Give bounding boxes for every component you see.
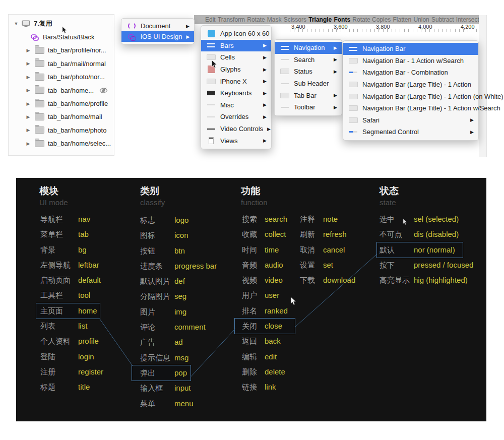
table-row: 提示信息msg (132, 350, 191, 365)
folder-icon (35, 60, 44, 67)
menu-item[interactable]: Navigation Bar (Large Title) - 1 Action … (343, 102, 478, 114)
disclosure-closed-icon[interactable]: ▶ (25, 48, 32, 53)
disclosure-closed-icon[interactable]: ▶ (25, 101, 32, 106)
menu-item[interactable]: Navigation Bar (Large Title) - 1 Action … (343, 90, 478, 102)
menu-item[interactable]: Safari ▶ (343, 114, 478, 127)
table-row: 排名ranked (235, 303, 295, 319)
disclosure-closed-icon[interactable]: ▶ (25, 128, 32, 133)
hidden-eye-icon[interactable] (99, 87, 108, 94)
layer-folder-row[interactable]: ▶ tab_bar/mail/normal (9, 57, 114, 70)
layer-folder-row[interactable]: ▶ tab_bar/home/profile (9, 97, 114, 110)
layer-folder-name: tab_bar/home/photo (48, 127, 106, 134)
toolbar-button[interactable]: Rotate (247, 16, 265, 23)
menu-item[interactable]: iOS UI Design ▶ (121, 31, 194, 42)
menu-item[interactable]: Navigation ▶ (275, 42, 342, 54)
menu-item-thumbnail-icon (349, 116, 358, 124)
toolbar-button[interactable]: Rotate Copies (352, 16, 391, 23)
table-row: 视频video (235, 273, 295, 288)
column-header-module: 模块 (39, 184, 58, 198)
disclosure-closed-icon[interactable]: ▶ (25, 61, 32, 66)
menu-item[interactable]: Navigation Bar (343, 43, 478, 55)
artboard-icon (22, 20, 30, 27)
menu-item[interactable]: App Icon 60 x 60 (201, 28, 271, 40)
app-toolbar: EditTransformRotateMaskScissorsTriangleF… (194, 15, 486, 24)
menu-item[interactable]: Overrides ▶ (201, 111, 271, 123)
layer-folder-row[interactable]: ▶ tab_bar/home/selec... (9, 137, 114, 150)
toolbar-button[interactable]: Intersect (456, 16, 479, 23)
submenu-arrow-icon: ▶ (466, 117, 474, 122)
toolbar-button[interactable]: Subtract (431, 16, 454, 23)
menu-item[interactable]: iPhone X ▶ (201, 75, 271, 87)
disclosure-closed-icon[interactable]: ▶ (25, 88, 32, 93)
menu-item[interactable]: Glyphs ▶ (201, 64, 271, 76)
toolbar-button[interactable]: Fonts (334, 16, 350, 23)
menu-item-thumbnail-icon (207, 137, 216, 145)
menu-item[interactable]: Bars ▶ (201, 40, 271, 52)
menu-item[interactable]: Status ▶ (275, 66, 342, 78)
table-row: 主页面home (36, 303, 100, 319)
table-row: 个人资料profile (36, 334, 100, 349)
menu-item-thumbnail-icon (207, 77, 216, 85)
toolbar-button[interactable]: Flatten (393, 16, 412, 23)
menu-item-thumbnail-icon (349, 104, 358, 112)
layer-folder-name: tab_bar/mail/normal (48, 60, 106, 68)
disclosure-closed-icon[interactable]: ▶ (25, 114, 32, 119)
menu-item[interactable]: Navigation Bar (Large Title) - 1 Action (343, 79, 478, 91)
toolbar-button[interactable]: Scissors (284, 16, 306, 23)
table-row: 分隔图片seg (132, 289, 191, 304)
table-row: 默认nor (normal) (377, 242, 463, 258)
ios-ui-design-submenu: App Icon 60 x 60 Bars ▶ Cells ▶ Glyphs ▶… (201, 25, 272, 149)
layer-folder-name: tab_bar/photo/nor... (48, 73, 105, 81)
menu-item[interactable]: Cells ▶ (201, 51, 271, 64)
table-row: 标志logo (132, 213, 191, 228)
toolbar-button[interactable]: Mask (267, 16, 282, 23)
horizontal-ruler: 3,4003,6003,8004,0004,200 (273, 24, 486, 32)
menu-item[interactable]: Video Controls ▶ (201, 123, 271, 135)
layer-folder-row[interactable]: ▶ tab_bar/home/mail (9, 110, 114, 123)
toolbar-button[interactable]: Edit (205, 16, 216, 23)
folder-icon (35, 127, 44, 134)
menu-item[interactable]: Segmented Control ▶ (343, 126, 478, 138)
table-row: 搜索search (235, 212, 295, 227)
table-row: 高亮显示hig (highlighted) (377, 273, 463, 288)
layer-folder-row[interactable]: ▶ tab_bar/home/photo (9, 123, 114, 137)
table-row: 工具栏tool (36, 288, 100, 303)
menu-item-thumbnail-icon (349, 69, 358, 77)
submenu-arrow-icon: ▶ (466, 130, 474, 135)
menu-item[interactable]: Sub Header (275, 78, 342, 90)
menu-item-thumbnail-icon (207, 125, 216, 133)
menu-item[interactable]: Toolbar ▶ (275, 101, 342, 113)
menu-item[interactable]: Navigation Bar - 1 Action w/Search (343, 55, 478, 67)
menu-item[interactable]: Misc ▶ (201, 99, 271, 111)
toolbar-button[interactable]: Transform (218, 16, 245, 23)
menu-item[interactable]: Views ▶ (201, 135, 271, 147)
layer-folder-row[interactable]: ▶ tab_bar/profile/nor... (9, 44, 114, 57)
menu-item[interactable]: Tab Bar ▶ (275, 89, 342, 101)
menu-item[interactable]: Keyboards ▶ (201, 87, 271, 99)
table-row: 左侧导航leftbar (36, 258, 100, 273)
menu-item[interactable]: Search ▶ (275, 54, 342, 66)
menu-item-thumbnail-icon (280, 68, 289, 76)
toolbar-button[interactable]: Triangle (308, 16, 332, 23)
toolbar-button[interactable]: Union (413, 16, 429, 23)
artboard-row[interactable]: ▼ 7.复用 (9, 17, 114, 30)
table-row: 背景bg (36, 242, 100, 258)
table-row: 进度条progress bar (132, 259, 191, 274)
disclosure-closed-icon[interactable]: ▶ (25, 75, 32, 80)
submenu-arrow-icon: ▶ (259, 102, 267, 107)
menu-item-thumbnail-icon (280, 55, 289, 64)
disclosure-closed-icon[interactable]: ▶ (25, 141, 32, 146)
menu-item[interactable]: Navigation Bar - Combination (343, 67, 478, 79)
table-row: 音频audio (235, 258, 295, 273)
table-row: 启动页面default (36, 273, 100, 288)
layer-folder-row[interactable]: ▶ tab_bar/home... (9, 84, 114, 97)
layer-folder-name: tab_bar/home/mail (48, 113, 102, 120)
table-row: 收藏collect (235, 227, 295, 242)
menu-item[interactable]: Document ▶ (121, 21, 194, 31)
symbol-layer-name: Bars/Status/Black (43, 33, 95, 41)
symbol-layer-row[interactable]: Bars/Status/Black (9, 30, 114, 43)
disclosure-open-icon[interactable]: ▼ (13, 21, 20, 26)
submenu-arrow-icon: ▶ (259, 91, 267, 96)
table-row: 菜单menu (132, 396, 191, 411)
layer-folder-row[interactable]: ▶ tab_bar/photo/nor... (9, 71, 114, 84)
